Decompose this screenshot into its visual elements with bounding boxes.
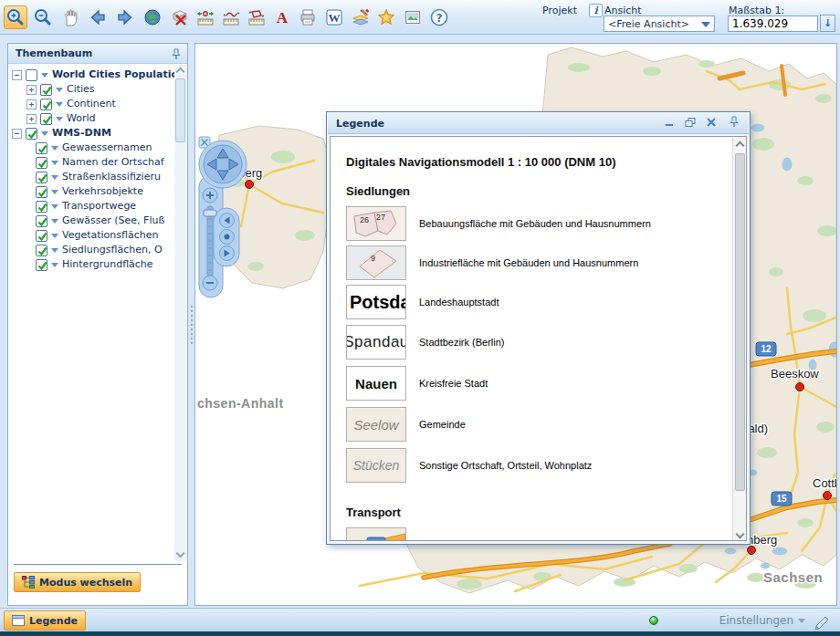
full-extent-button[interactable] [141, 5, 164, 29]
tree-item-world[interactable]: + World [8, 111, 174, 126]
expand-icon[interactable]: + [26, 85, 37, 95]
measure-point-button[interactable] [194, 5, 217, 29]
expand-icon[interactable]: + [26, 99, 37, 109]
tree-item-world-cities[interactable]: − World Cities Population [8, 68, 174, 82]
tree-item-hintergrundflaeche[interactable]: Hintergrundfläche [8, 257, 174, 272]
pan-button[interactable] [58, 5, 82, 29]
chevron-down-icon[interactable] [51, 175, 58, 180]
measure-line-button[interactable] [219, 5, 243, 29]
chevron-down-icon[interactable] [51, 248, 58, 253]
measure-area-button[interactable] [245, 5, 268, 29]
pin-button[interactable] [727, 116, 741, 130]
dot-icon [225, 235, 230, 240]
mode-switch-label: Modus wechseln [39, 577, 132, 589]
restore-button[interactable] [683, 116, 698, 130]
checkbox-checked[interactable] [40, 84, 52, 96]
project-info-button[interactable]: i [589, 4, 603, 17]
help-button[interactable]: ? [427, 5, 451, 29]
chevron-down-icon[interactable] [51, 263, 58, 267]
tree-item-gewaessernamen[interactable]: Gewaessernamen [8, 141, 174, 155]
legend-item-bebauungsflaeche: 2627 Bebauungsfläche mit Gebäuden und Ha… [346, 206, 728, 243]
pin-icon[interactable] [171, 48, 182, 60]
svg-text:?: ? [436, 12, 443, 25]
checkbox-unchecked[interactable] [26, 69, 37, 81]
chevron-down-icon [701, 22, 710, 27]
map-label-cottbus: Cottb [813, 476, 836, 490]
svg-text:27: 27 [376, 213, 385, 222]
chevron-down-icon[interactable] [51, 146, 58, 151]
print-button[interactable] [296, 5, 320, 29]
checkbox-checked[interactable] [36, 259, 47, 271]
status-ok-icon [649, 616, 658, 625]
view-select[interactable]: <Freie Ansicht> [604, 16, 715, 32]
clear-selection-button[interactable] [168, 5, 192, 29]
checkbox-checked[interactable] [36, 201, 47, 213]
checkbox-checked[interactable] [36, 230, 47, 242]
tree-item-strassenklassifizierung[interactable]: Straßenklassifizieru [8, 170, 174, 184]
edit-layers-button[interactable] [349, 5, 373, 29]
expand-icon[interactable]: + [26, 114, 37, 124]
tree-item-ortschaften[interactable]: Namen der Ortschaf [8, 155, 174, 170]
chevron-down-icon[interactable] [51, 190, 58, 194]
mode-switch-button[interactable]: Modus wechseln [14, 572, 141, 592]
printer-icon [298, 7, 318, 27]
word-export-button[interactable]: W [322, 5, 346, 29]
star-icon [376, 7, 396, 27]
scroll-down-icon[interactable] [736, 530, 745, 539]
chevron-down-icon[interactable] [51, 234, 58, 238]
minimize-button[interactable] [662, 116, 677, 130]
chevron-down-icon[interactable] [51, 161, 58, 165]
tree-item-verkehrsobjekte[interactable]: Verkehrsobjekte [8, 184, 174, 199]
collapse-icon[interactable]: − [12, 70, 22, 80]
zoom-out-button[interactable] [31, 5, 55, 29]
scrollbar-thumb[interactable] [735, 153, 745, 491]
favorites-button[interactable] [374, 5, 398, 29]
settings-menu[interactable]: Einstellungen [719, 614, 805, 627]
scroll-down-icon[interactable] [174, 549, 186, 561]
checkbox-checked[interactable] [36, 172, 47, 183]
legend-dialog[interactable]: Legende Digitales Navigationsmodell 1 : … [326, 111, 751, 545]
svg-text:A: A [277, 9, 289, 26]
checkbox-checked[interactable] [26, 128, 37, 140]
svg-text:W: W [329, 11, 341, 25]
tree-item-wms-dnm[interactable]: − WMS-DNM [8, 126, 174, 141]
scroll-up-icon[interactable] [174, 65, 186, 77]
back-button[interactable] [86, 5, 110, 29]
scale-apply-button[interactable]: ↓ [820, 15, 835, 32]
legend-item-autobahn: 10 Autobahn mit Autobahnnummer [346, 527, 728, 541]
chevron-down-icon[interactable] [51, 204, 58, 209]
scale-input[interactable] [728, 16, 818, 32]
tree-item-gewaesser[interactable]: Gewässer (See, Fluß [8, 214, 174, 228]
checkbox-checked[interactable] [36, 215, 47, 227]
checkbox-checked[interactable] [40, 99, 52, 110]
image-export-button[interactable] [401, 5, 425, 29]
collapse-icon[interactable]: − [12, 129, 22, 139]
scroll-up-icon[interactable] [736, 141, 745, 151]
tree-item-vegetationsflaechen[interactable]: Vegetationsflächen [8, 228, 174, 243]
zoom-slider-handle[interactable] [204, 210, 216, 216]
scrollbar-thumb[interactable] [175, 78, 185, 142]
close-button[interactable] [704, 116, 719, 130]
chevron-down-icon[interactable] [41, 131, 48, 136]
checkbox-checked[interactable] [40, 113, 52, 125]
edit-pencil-icon[interactable] [813, 611, 833, 630]
chevron-down-icon[interactable] [41, 73, 48, 78]
chevron-down-icon[interactable] [51, 219, 58, 224]
tree-item-siedlungsflaechen[interactable]: Siedlungsflächen, O [8, 243, 174, 257]
sidebar-scrollbar[interactable] [174, 65, 186, 561]
checkbox-checked[interactable] [36, 157, 47, 169]
tree-item-transportwege[interactable]: Transportwege [8, 199, 174, 214]
checkbox-checked[interactable] [36, 245, 47, 256]
chevron-down-icon[interactable] [56, 88, 63, 92]
forward-button[interactable] [113, 5, 137, 29]
chevron-down-icon[interactable] [56, 117, 63, 121]
label-button[interactable]: A [270, 5, 294, 29]
checkbox-checked[interactable] [36, 142, 47, 154]
tree-item-cities[interactable]: + Cities [8, 82, 174, 97]
zoom-in-button[interactable] [4, 5, 27, 29]
chevron-down-icon[interactable] [56, 102, 63, 107]
tree-item-continent[interactable]: + Continent [8, 97, 174, 111]
checkbox-checked[interactable] [36, 186, 47, 198]
legend-toggle-button[interactable]: Legende [4, 610, 86, 631]
legend-scrollbar[interactable] [732, 137, 746, 540]
